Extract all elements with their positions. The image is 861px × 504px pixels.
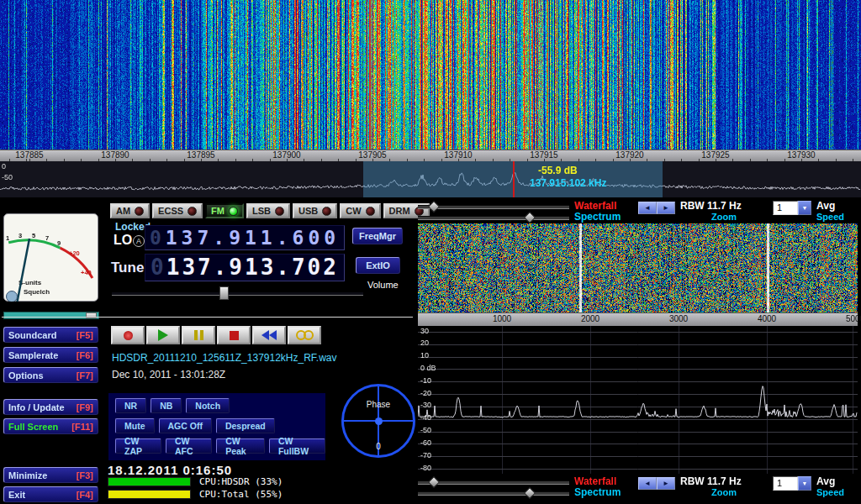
rf-waterfall-display[interactable] [0,0,861,150]
loop-icon [296,330,314,340]
mode-button-ecss[interactable]: ECSS [152,203,203,218]
dsp-button-cw-peak[interactable]: CW Peak [216,438,265,454]
options-button[interactable]: Options[F7] [3,367,98,383]
arrow-left-icon[interactable]: ◄ [638,477,657,490]
frequency-tick-label: 137885 [15,150,43,160]
freqmgr-button[interactable]: FreqMgr [352,228,403,244]
mode-label: DRM [389,206,410,216]
mode-button-lsb[interactable]: LSB [246,203,290,218]
dsp-button-cw-fullbw[interactable]: CW FullBW [269,438,325,454]
volume-label: Volume [367,280,399,290]
display-control-bar-top: Waterfall Spectrum ◄ ► RBW 11.7 Hz Zoom … [418,201,861,226]
dsp-button-notch[interactable]: Notch [186,398,230,413]
audio-axis-label: 4000 [758,314,776,323]
speed-combobox[interactable]: 1 ▼ [773,201,811,215]
rf-spectrum-panel[interactable]: 0 -50 -55.9 dB 137.915.102 kHz [0,161,861,197]
spectrum-label[interactable]: Spectrum [574,487,633,498]
button-label: Info / Update [8,402,65,412]
mode-button-cw[interactable]: CW [340,203,380,218]
lo-frequency-display[interactable]: 0137.911.600 [145,225,345,250]
record-button[interactable] [111,326,145,344]
cpu-usage-text: CPU:HDSDR (33%) [199,476,283,487]
rbw-readout: RBW 11.7 Hz [680,476,768,487]
spectrum-label[interactable]: Spectrum [574,212,633,223]
mode-led-indicator [322,207,331,216]
audio-frequency-axis[interactable]: 10002000300040005000 [418,312,858,327]
frequency-tick-label: 137920 [615,150,643,160]
slider-handle[interactable] [524,487,536,499]
stop-button[interactable] [217,326,251,344]
minimize-button[interactable]: Minimize[F3] [3,467,98,483]
extio-button[interactable]: ExtIO [356,257,400,274]
audio-spectrum-trace[interactable] [418,326,858,474]
volume-slider[interactable] [112,286,363,298]
samplerate-button[interactable]: Samplerate[F6] [3,347,98,363]
cursor-frequency-readout: 137.915.102 kHz [530,177,606,189]
info-update-button[interactable]: Info / Update[F9] [3,399,98,415]
speed-label: Speed [816,487,853,498]
meter-scale-label: 1 [6,234,9,242]
meter-scale-label: 9 [57,239,61,247]
phase-value: 0 [344,442,413,451]
dsp-button-nr[interactable]: NR [115,398,146,413]
arrow-left-icon[interactable]: ◄ [638,202,657,214]
waterfall-contrast-slider[interactable] [418,201,569,212]
spectrum-range-slider[interactable] [418,212,569,223]
tune-frequency-display[interactable]: 0137.913.702 [145,254,345,281]
dsp-button-agc-off[interactable]: AGC Off [159,418,212,433]
combobox-dropdown-icon[interactable]: ▼ [798,201,811,215]
pause-button[interactable] [182,326,215,344]
audio-spectrum-panel[interactable]: 3020100 dB-10-20-30-40-50-60-70-80 [418,326,858,474]
dsp-button-cw-afc[interactable]: CW AFC [166,438,212,454]
stop-icon [230,331,239,340]
dsp-button-nb[interactable]: NB [151,398,182,413]
frequency-tick-label: 137900 [272,150,300,160]
audio-axis-label: 2000 [581,314,600,323]
dsp-button-cw-zap[interactable]: CW ZAP [115,438,161,454]
loop-button[interactable] [288,326,321,344]
dsp-button-mute[interactable]: Mute [115,418,155,433]
speed-combobox[interactable]: 1 ▼ [773,476,811,491]
slider-handle[interactable] [428,476,440,488]
slider-handle[interactable] [428,201,440,213]
button-label: Soundcard [8,330,56,340]
dsp-panel: NRNBNotchMuteAGC OffDespreadCW ZAPCW AFC… [108,393,325,460]
mode-led-indicator [135,207,144,216]
phase-dial[interactable]: Phase 0 [341,384,415,458]
mode-button-am[interactable]: AM [110,203,150,218]
squelch-level-bar[interactable] [3,312,99,319]
spectrum-db-label: -80 [420,464,431,472]
mode-button-usb[interactable]: USB [293,203,337,218]
arrow-right-icon[interactable]: ► [657,202,675,214]
rewind-icon [261,330,277,340]
audio-waterfall-display[interactable] [418,223,858,312]
arrow-right-icon[interactable]: ► [657,477,675,490]
mode-label: ECSS [158,206,183,216]
squelch-knob[interactable] [7,291,18,302]
waterfall-contrast-slider[interactable] [418,476,569,487]
avg-label: Avg [816,201,853,212]
mode-label: USB [298,206,318,216]
volume-slider-handle[interactable] [219,286,229,300]
slider-handle[interactable] [524,212,536,223]
play-button[interactable] [146,326,180,344]
frequency-tick-label: 137890 [101,150,129,160]
volume-slider-track [112,291,363,296]
button-label: Minimize [8,470,47,480]
spectrum-db-label: 20 [420,339,429,347]
spectrum-range-slider[interactable] [418,487,569,498]
frequency-scale[interactable]: 1378851378901378951379001379051379101379… [0,150,861,162]
mode-led-indicator [229,207,238,216]
phase-center-dot [375,417,383,425]
rewind-button[interactable] [252,326,286,344]
panel-divider [2,317,413,318]
dsp-button-despread[interactable]: Despread [216,418,275,433]
mode-selector-row: AMECSSFMLSBUSBCWDRM [110,203,430,218]
soundcard-button[interactable]: Soundcard[F5] [3,327,98,343]
combobox-dropdown-icon[interactable]: ▼ [798,476,811,491]
mode-button-fm[interactable]: FM [205,203,244,218]
button-fkey: [F9] [77,402,93,412]
full-screen-button[interactable]: Full Screen[F11] [3,418,98,434]
exit-button[interactable]: Exit[F4] [3,486,98,502]
lo-lock-badge[interactable]: A [133,235,145,247]
